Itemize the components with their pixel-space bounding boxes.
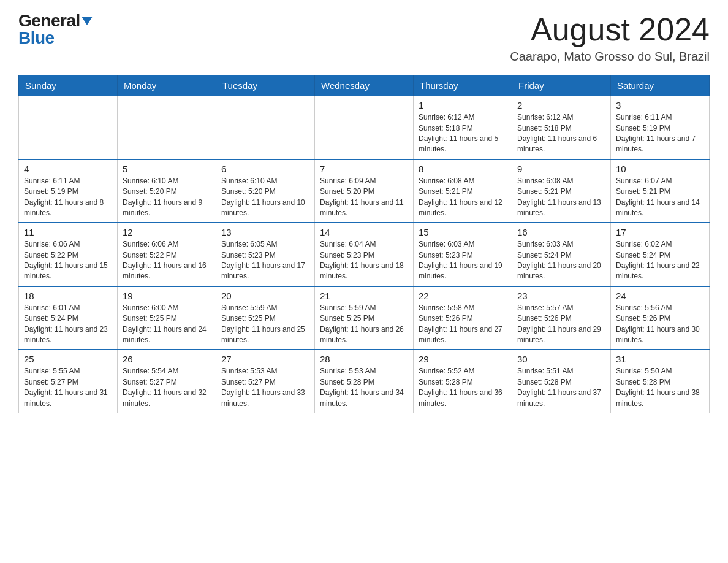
day-number: 28 bbox=[320, 354, 408, 364]
day-info: Sunrise: 5:52 AM Sunset: 5:28 PM Dayligh… bbox=[419, 366, 507, 409]
day-number: 25 bbox=[24, 354, 112, 364]
day-info: Sunrise: 6:03 AM Sunset: 5:23 PM Dayligh… bbox=[419, 239, 507, 282]
day-number: 9 bbox=[517, 164, 605, 174]
day-info: Sunrise: 5:53 AM Sunset: 5:28 PM Dayligh… bbox=[320, 366, 408, 409]
day-number: 11 bbox=[24, 227, 112, 237]
calendar-cell: 8Sunrise: 6:08 AM Sunset: 5:21 PM Daylig… bbox=[414, 159, 512, 223]
day-number: 12 bbox=[123, 227, 211, 237]
calendar-week-row: 18Sunrise: 6:01 AM Sunset: 5:24 PM Dayli… bbox=[19, 286, 710, 350]
calendar-header-wednesday: Wednesday bbox=[315, 75, 414, 96]
calendar-cell bbox=[216, 96, 315, 159]
day-info: Sunrise: 6:07 AM Sunset: 5:21 PM Dayligh… bbox=[616, 176, 704, 219]
calendar-cell: 31Sunrise: 5:50 AM Sunset: 5:28 PM Dayli… bbox=[611, 350, 710, 413]
logo: General Blue bbox=[18, 12, 93, 47]
day-info: Sunrise: 5:58 AM Sunset: 5:26 PM Dayligh… bbox=[419, 303, 507, 346]
day-info: Sunrise: 6:11 AM Sunset: 5:19 PM Dayligh… bbox=[24, 176, 112, 219]
day-info: Sunrise: 6:02 AM Sunset: 5:24 PM Dayligh… bbox=[616, 239, 704, 282]
day-info: Sunrise: 5:55 AM Sunset: 5:27 PM Dayligh… bbox=[24, 366, 112, 409]
day-info: Sunrise: 6:05 AM Sunset: 5:23 PM Dayligh… bbox=[221, 239, 309, 282]
calendar-cell: 1Sunrise: 6:12 AM Sunset: 5:18 PM Daylig… bbox=[414, 96, 512, 159]
day-number: 18 bbox=[24, 291, 112, 301]
calendar-cell bbox=[315, 96, 414, 159]
calendar-cell: 25Sunrise: 5:55 AM Sunset: 5:27 PM Dayli… bbox=[19, 350, 118, 413]
calendar-cell: 5Sunrise: 6:10 AM Sunset: 5:20 PM Daylig… bbox=[118, 159, 216, 223]
calendar-table: SundayMondayTuesdayWednesdayThursdayFrid… bbox=[18, 75, 710, 413]
day-number: 29 bbox=[419, 354, 507, 364]
calendar-header-sunday: Sunday bbox=[19, 75, 118, 96]
calendar-cell: 16Sunrise: 6:03 AM Sunset: 5:24 PM Dayli… bbox=[512, 223, 611, 286]
logo-general: General bbox=[18, 12, 80, 29]
day-number: 26 bbox=[123, 354, 211, 364]
calendar-cell: 20Sunrise: 5:59 AM Sunset: 5:25 PM Dayli… bbox=[216, 286, 315, 350]
day-number: 20 bbox=[221, 291, 309, 301]
calendar-cell bbox=[19, 96, 118, 159]
day-number: 17 bbox=[616, 227, 704, 237]
day-info: Sunrise: 6:08 AM Sunset: 5:21 PM Dayligh… bbox=[517, 176, 605, 219]
calendar-cell: 23Sunrise: 5:57 AM Sunset: 5:26 PM Dayli… bbox=[512, 286, 611, 350]
calendar-header-friday: Friday bbox=[512, 75, 611, 96]
day-info: Sunrise: 6:03 AM Sunset: 5:24 PM Dayligh… bbox=[517, 239, 605, 282]
calendar-cell: 2Sunrise: 6:12 AM Sunset: 5:18 PM Daylig… bbox=[512, 96, 611, 159]
month-title: August 2024 bbox=[510, 12, 710, 47]
page-header: General Blue August 2024 Caarapo, Mato G… bbox=[18, 12, 710, 64]
calendar-cell: 13Sunrise: 6:05 AM Sunset: 5:23 PM Dayli… bbox=[216, 223, 315, 286]
calendar-cell: 30Sunrise: 5:51 AM Sunset: 5:28 PM Dayli… bbox=[512, 350, 611, 413]
day-number: 4 bbox=[24, 164, 112, 174]
day-number: 7 bbox=[320, 164, 408, 174]
day-number: 1 bbox=[419, 100, 507, 110]
day-number: 21 bbox=[320, 291, 408, 301]
calendar-cell: 29Sunrise: 5:52 AM Sunset: 5:28 PM Dayli… bbox=[414, 350, 512, 413]
calendar-cell: 14Sunrise: 6:04 AM Sunset: 5:23 PM Dayli… bbox=[315, 223, 414, 286]
day-number: 30 bbox=[517, 354, 605, 364]
calendar-week-row: 11Sunrise: 6:06 AM Sunset: 5:22 PM Dayli… bbox=[19, 223, 710, 286]
day-number: 15 bbox=[419, 227, 507, 237]
day-info: Sunrise: 5:54 AM Sunset: 5:27 PM Dayligh… bbox=[123, 366, 211, 409]
calendar-header-tuesday: Tuesday bbox=[216, 75, 315, 96]
calendar-cell: 15Sunrise: 6:03 AM Sunset: 5:23 PM Dayli… bbox=[414, 223, 512, 286]
calendar-cell: 19Sunrise: 6:00 AM Sunset: 5:25 PM Dayli… bbox=[118, 286, 216, 350]
day-number: 8 bbox=[419, 164, 507, 174]
day-info: Sunrise: 6:11 AM Sunset: 5:19 PM Dayligh… bbox=[616, 112, 704, 155]
day-info: Sunrise: 6:06 AM Sunset: 5:22 PM Dayligh… bbox=[123, 239, 211, 282]
calendar-cell: 27Sunrise: 5:53 AM Sunset: 5:27 PM Dayli… bbox=[216, 350, 315, 413]
day-info: Sunrise: 6:09 AM Sunset: 5:20 PM Dayligh… bbox=[320, 176, 408, 219]
day-info: Sunrise: 6:00 AM Sunset: 5:25 PM Dayligh… bbox=[123, 303, 211, 346]
day-info: Sunrise: 6:12 AM Sunset: 5:18 PM Dayligh… bbox=[517, 112, 605, 155]
day-number: 19 bbox=[123, 291, 211, 301]
day-info: Sunrise: 5:57 AM Sunset: 5:26 PM Dayligh… bbox=[517, 303, 605, 346]
calendar-cell: 7Sunrise: 6:09 AM Sunset: 5:20 PM Daylig… bbox=[315, 159, 414, 223]
calendar-cell: 18Sunrise: 6:01 AM Sunset: 5:24 PM Dayli… bbox=[19, 286, 118, 350]
title-section: August 2024 Caarapo, Mato Grosso do Sul,… bbox=[510, 12, 710, 64]
day-number: 22 bbox=[419, 291, 507, 301]
calendar-cell: 22Sunrise: 5:58 AM Sunset: 5:26 PM Dayli… bbox=[414, 286, 512, 350]
calendar-cell: 6Sunrise: 6:10 AM Sunset: 5:20 PM Daylig… bbox=[216, 159, 315, 223]
calendar-header-monday: Monday bbox=[118, 75, 216, 96]
calendar-cell: 24Sunrise: 5:56 AM Sunset: 5:26 PM Dayli… bbox=[611, 286, 710, 350]
calendar-cell: 10Sunrise: 6:07 AM Sunset: 5:21 PM Dayli… bbox=[611, 159, 710, 223]
calendar-header-saturday: Saturday bbox=[611, 75, 710, 96]
day-number: 23 bbox=[517, 291, 605, 301]
calendar-cell: 4Sunrise: 6:11 AM Sunset: 5:19 PM Daylig… bbox=[19, 159, 118, 223]
day-info: Sunrise: 6:12 AM Sunset: 5:18 PM Dayligh… bbox=[419, 112, 507, 155]
logo-blue: Blue bbox=[18, 29, 55, 47]
day-info: Sunrise: 6:08 AM Sunset: 5:21 PM Dayligh… bbox=[419, 176, 507, 219]
day-info: Sunrise: 6:10 AM Sunset: 5:20 PM Dayligh… bbox=[221, 176, 309, 219]
day-number: 13 bbox=[221, 227, 309, 237]
day-info: Sunrise: 5:51 AM Sunset: 5:28 PM Dayligh… bbox=[517, 366, 605, 409]
day-number: 27 bbox=[221, 354, 309, 364]
logo-triangle-icon bbox=[82, 17, 93, 25]
day-info: Sunrise: 6:06 AM Sunset: 5:22 PM Dayligh… bbox=[24, 239, 112, 282]
day-number: 5 bbox=[123, 164, 211, 174]
day-info: Sunrise: 6:04 AM Sunset: 5:23 PM Dayligh… bbox=[320, 239, 408, 282]
day-number: 31 bbox=[616, 354, 704, 364]
calendar-cell bbox=[118, 96, 216, 159]
day-info: Sunrise: 5:59 AM Sunset: 5:25 PM Dayligh… bbox=[320, 303, 408, 346]
day-number: 6 bbox=[221, 164, 309, 174]
location-title: Caarapo, Mato Grosso do Sul, Brazil bbox=[510, 50, 710, 64]
day-info: Sunrise: 5:59 AM Sunset: 5:25 PM Dayligh… bbox=[221, 303, 309, 346]
day-number: 10 bbox=[616, 164, 704, 174]
calendar-cell: 21Sunrise: 5:59 AM Sunset: 5:25 PM Dayli… bbox=[315, 286, 414, 350]
calendar-week-row: 25Sunrise: 5:55 AM Sunset: 5:27 PM Dayli… bbox=[19, 350, 710, 413]
day-info: Sunrise: 6:10 AM Sunset: 5:20 PM Dayligh… bbox=[123, 176, 211, 219]
calendar-cell: 11Sunrise: 6:06 AM Sunset: 5:22 PM Dayli… bbox=[19, 223, 118, 286]
